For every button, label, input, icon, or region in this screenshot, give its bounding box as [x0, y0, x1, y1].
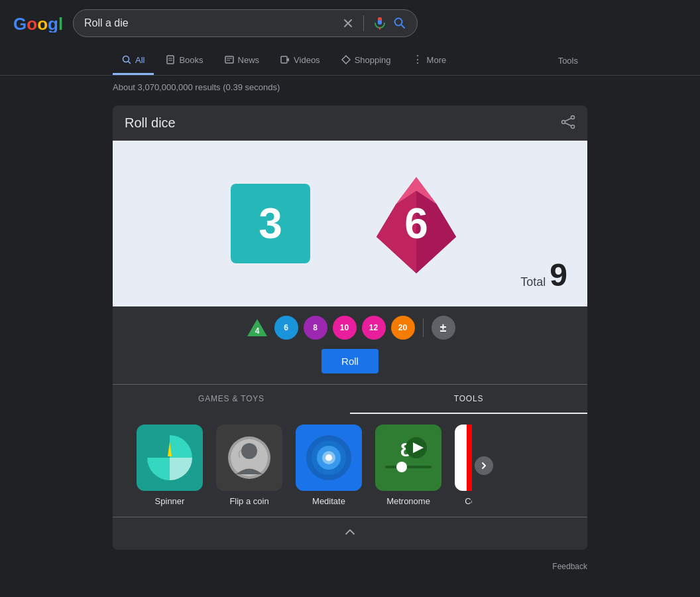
widget-header: Roll dice — [113, 105, 587, 141]
meditate-icon — [302, 431, 355, 484]
d10-value: 6 — [404, 199, 428, 248]
nav: All Books News Videos Shopping ⋮ More — [0, 46, 700, 76]
videos-icon — [280, 55, 290, 64]
custom-die-button[interactable]: ± — [432, 316, 455, 340]
search-icon — [393, 17, 406, 30]
svg-rect-3 — [378, 21, 382, 25]
cards-next-button[interactable] — [475, 456, 493, 475]
coin-thumbnail — [216, 425, 282, 491]
svg-point-16 — [562, 121, 565, 124]
svg-marker-14 — [342, 56, 350, 64]
d10-die[interactable]: 6 — [363, 170, 469, 277]
books-icon — [166, 55, 175, 64]
svg-rect-41 — [385, 466, 432, 468]
close-icon — [342, 17, 354, 29]
d10-button[interactable]: 10 — [333, 316, 357, 340]
spinner-thumbnail — [137, 425, 203, 491]
nav-item-shopping[interactable]: Shopping — [332, 47, 400, 75]
metronome-label: Metronome — [386, 496, 430, 506]
feedback-section: Feedback — [0, 557, 700, 576]
svg-point-36 — [325, 454, 332, 461]
widget-title: Roll dice — [125, 115, 176, 131]
results-info: About 3,070,000,000 results (0.39 second… — [0, 76, 700, 99]
d6-value: 3 — [259, 199, 282, 248]
widget-footer — [113, 517, 587, 550]
tool-card-meditate[interactable]: Meditate — [289, 425, 369, 506]
share-button[interactable] — [561, 115, 575, 131]
widget-container: Roll dice 3 — [113, 105, 587, 550]
d8-button[interactable]: 8 — [304, 316, 327, 340]
spinner-label: Spinner — [155, 496, 185, 506]
clear-button[interactable] — [342, 17, 354, 29]
d12-button[interactable]: 12 — [362, 316, 386, 340]
shopping-icon — [341, 55, 351, 64]
d6-button[interactable]: 6 — [274, 316, 298, 340]
roll-button[interactable]: Roll — [321, 349, 379, 373]
d8-label: 8 — [313, 323, 318, 332]
collapse-button[interactable] — [343, 525, 357, 542]
tool-card-metronome[interactable]: 88 Metronome — [369, 425, 448, 506]
d6-label: 6 — [284, 323, 288, 332]
d4-button[interactable]: 4 — [245, 316, 269, 340]
svg-point-4 — [395, 19, 402, 26]
d4-shape: 4 — [246, 316, 268, 339]
news-icon — [225, 55, 234, 64]
feedback-link[interactable]: Feedback — [552, 562, 587, 571]
colorpicker-thumbnail — [455, 425, 472, 491]
header: Google Roll a die — [0, 0, 700, 46]
search-icons — [342, 15, 406, 31]
d6-die[interactable]: 3 — [231, 184, 310, 263]
nav-item-all[interactable]: All — [113, 47, 154, 75]
dice-display: 3 6 Total 9 — [113, 141, 587, 306]
tools-row: Spinner Flip a coin — [113, 414, 587, 517]
d20-button[interactable]: 20 — [391, 316, 415, 340]
search-bar: Roll a die — [73, 9, 418, 37]
tab-tools[interactable]: TOOLS — [350, 385, 587, 414]
nav-item-videos[interactable]: Videos — [271, 47, 329, 75]
tool-card-color-picker[interactable]: Color picker — [448, 425, 472, 506]
svg-point-17 — [571, 125, 575, 129]
custom-label: ± — [440, 321, 447, 335]
svg-rect-6 — [167, 56, 174, 64]
colorpicker-label: Color picker — [465, 496, 472, 506]
nav-item-books[interactable]: Books — [156, 47, 212, 75]
total-value: 9 — [550, 257, 567, 293]
svg-point-42 — [396, 462, 407, 472]
share-icon — [561, 115, 575, 129]
widget-tabs: GAMES & TOYS TOOLS — [113, 384, 587, 414]
die-separator — [423, 318, 424, 337]
d10-label: 10 — [340, 323, 349, 332]
search-input[interactable]: Roll a die — [84, 17, 337, 29]
svg-point-31 — [241, 443, 257, 459]
svg-point-15 — [571, 116, 575, 119]
svg-rect-9 — [225, 56, 233, 63]
dice-selector: 4 6 8 10 12 20 ± — [113, 306, 587, 349]
tool-card-flip-coin[interactable]: Flip a coin — [209, 425, 289, 506]
total-label: Total — [520, 275, 546, 289]
svg-line-18 — [565, 118, 571, 121]
nav-tools-button[interactable]: Tools — [549, 48, 587, 74]
spinner-icon — [143, 431, 196, 484]
metronome-icon: 88 — [375, 425, 441, 491]
microphone-button[interactable] — [373, 17, 386, 30]
chevron-up-icon — [343, 525, 357, 539]
google-logo: Google — [13, 14, 62, 33]
search-button[interactable] — [393, 17, 406, 30]
tab-games-toys[interactable]: GAMES & TOYS — [113, 385, 350, 414]
more-dots-icon: ⋮ — [412, 54, 423, 65]
meditate-thumbnail — [296, 425, 362, 491]
svg-rect-12 — [281, 56, 287, 63]
svg-text:4: 4 — [255, 326, 259, 336]
nav-item-more[interactable]: ⋮ More — [403, 46, 456, 75]
metronome-thumbnail: 88 — [375, 425, 441, 491]
coin-label: Flip a coin — [229, 496, 268, 506]
svg-line-19 — [565, 123, 571, 126]
coin-icon — [223, 431, 276, 484]
d12-label: 12 — [369, 323, 378, 332]
nav-item-news[interactable]: News — [215, 47, 269, 75]
tool-card-spinner[interactable]: Spinner — [130, 425, 209, 506]
divider — [363, 15, 364, 31]
meditate-label: Meditate — [312, 496, 345, 506]
chevron-right-icon — [480, 462, 488, 470]
svg-text:Google: Google — [13, 14, 62, 33]
